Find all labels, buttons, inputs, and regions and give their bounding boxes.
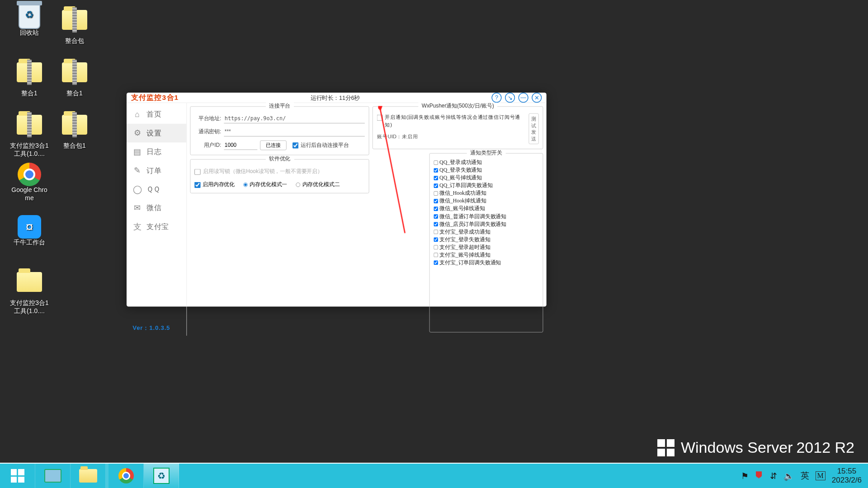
notify-label: 支付宝_账号掉线通知 bbox=[439, 252, 490, 259]
desktop-icon-chrome[interactable]: Google Chrome bbox=[9, 163, 50, 202]
notify-item[interactable]: 微信_普通订单回调失败通知 bbox=[434, 213, 539, 221]
notify-checkbox[interactable] bbox=[434, 191, 439, 196]
desktop-icon-folder-zh1b[interactable]: 整合1 bbox=[54, 58, 95, 98]
notify-item[interactable]: 支付宝_登录失败通知 bbox=[434, 236, 539, 244]
desktop-icon-folder-zhb1[interactable]: 整合包1 bbox=[54, 110, 95, 150]
taskbar-clock[interactable]: 15:55 2023/2/6 bbox=[832, 467, 862, 485]
notify-checkbox[interactable] bbox=[434, 245, 439, 249]
rwlock-label: 启用读写锁（微信Hook读写锁，一般不需要开启） bbox=[203, 168, 322, 175]
uid-label: 用户ID: bbox=[194, 142, 221, 149]
pusher-panel-title: WxPusher通知(500次/日/账号) bbox=[418, 103, 497, 110]
app-window: 支付监控3合1 运行时长：11分6秒 ? ↘ — ✕ ⌂首页⚙设置▤日志✎订单◯… bbox=[127, 93, 547, 307]
memmode2-radio[interactable] bbox=[296, 183, 300, 187]
pusher-panel: WxPusher通知(500次/日/账号) 开启通知(回调失败或账号掉线等情况会… bbox=[373, 106, 543, 149]
notify-item[interactable]: 支付宝_订单回调失败通知 bbox=[434, 259, 539, 267]
memopt-checkbox[interactable] bbox=[194, 182, 200, 188]
notify-item[interactable]: 微信_Hook掉线通知 bbox=[434, 197, 539, 205]
key-input[interactable] bbox=[224, 127, 365, 136]
pusher-enable-text: 开启通知(回调失败或账号掉线等情况会通过微信订阅号通知) bbox=[385, 113, 526, 129]
start-button[interactable] bbox=[0, 464, 35, 488]
notify-item[interactable]: QQ_登录失败通知 bbox=[434, 167, 539, 174]
uid-input[interactable] bbox=[224, 141, 257, 150]
notify-item[interactable]: 支付宝_账号掉线通知 bbox=[434, 251, 539, 259]
notify-item[interactable]: 微信_账号掉线通知 bbox=[434, 205, 539, 213]
notify-item[interactable]: 微信_Hook成功通知 bbox=[434, 190, 539, 197]
memmode1-radio[interactable] bbox=[243, 183, 248, 187]
app-running-icon: ♻ bbox=[153, 468, 170, 484]
notify-checkbox[interactable] bbox=[434, 230, 439, 234]
runtime-label: 运行时长：11分6秒 bbox=[179, 94, 492, 102]
notify-checkbox[interactable] bbox=[434, 214, 439, 219]
desktop-icon-qianniu[interactable]: ¤千牛工作台 bbox=[9, 215, 50, 247]
notify-item[interactable]: 支付宝_登录超时通知 bbox=[434, 244, 539, 251]
notify-checkbox[interactable] bbox=[434, 176, 439, 180]
notify-panel: 通知类型开关 QQ_登录成功通知QQ_登录失败通知QQ_账号掉线通知QQ_订单回… bbox=[429, 153, 543, 333]
pusher-test-button[interactable]: 测试发送 bbox=[528, 113, 538, 144]
taskbar-app-running[interactable]: ♻ bbox=[144, 464, 179, 488]
sidebar-item-orders[interactable]: ✎订单 bbox=[127, 161, 186, 180]
notify-item[interactable]: QQ_订单回调失败通知 bbox=[434, 182, 539, 190]
help-button[interactable]: ? bbox=[491, 93, 501, 103]
tray-network-icon[interactable]: ⇵ bbox=[770, 471, 777, 481]
sidebar-item-wechat[interactable]: ✉微信 bbox=[127, 199, 186, 217]
minimize-button[interactable]: — bbox=[519, 93, 528, 103]
addr-input[interactable] bbox=[224, 114, 365, 123]
windows-logo-icon bbox=[657, 439, 675, 456]
close-button[interactable]: ✕ bbox=[532, 93, 542, 103]
pusher-enable-checkbox[interactable] bbox=[377, 115, 383, 121]
connected-button[interactable]: 已连接 bbox=[260, 141, 286, 150]
desktop-icon-folder-tool2[interactable]: 支付监控3合1工具(1.0.... bbox=[9, 267, 50, 315]
zip-folder-icon bbox=[17, 62, 42, 82]
notify-checkbox[interactable] bbox=[434, 160, 439, 165]
folder-icon bbox=[79, 469, 97, 483]
notify-checkbox[interactable] bbox=[434, 260, 439, 265]
taskbar-server-manager[interactable] bbox=[35, 464, 71, 488]
desktop-icon-label: 整合1 bbox=[9, 89, 50, 98]
orders-icon: ✎ bbox=[132, 166, 142, 175]
autoconnect-checkbox[interactable] bbox=[292, 142, 298, 148]
tray-ime[interactable]: 英 bbox=[801, 470, 809, 482]
taskbar-chrome[interactable] bbox=[108, 464, 144, 488]
zip-folder-icon bbox=[17, 115, 42, 135]
notify-checkbox[interactable] bbox=[434, 183, 439, 188]
tray-button[interactable]: ↘ bbox=[505, 93, 515, 103]
sidebar-item-label: 微信 bbox=[146, 203, 161, 213]
notify-checkbox[interactable] bbox=[434, 206, 439, 211]
desktop-icon-folder-zh1[interactable]: 整合1 bbox=[9, 58, 50, 98]
notify-list[interactable]: QQ_登录成功通知QQ_登录失败通知QQ_账号掉线通知QQ_订单回调失败通知微信… bbox=[434, 159, 539, 293]
sidebar-item-settings[interactable]: ⚙设置 bbox=[127, 124, 186, 142]
chrome-icon bbox=[18, 163, 41, 186]
desktop-icon-folder-zhb[interactable]: 整合包 bbox=[54, 5, 95, 45]
sidebar-item-log[interactable]: ▤日志 bbox=[127, 142, 186, 161]
sidebar-item-label: 设置 bbox=[146, 128, 161, 138]
settings-icon: ⚙ bbox=[132, 128, 142, 138]
notify-checkbox[interactable] bbox=[434, 237, 439, 242]
notify-checkbox[interactable] bbox=[434, 253, 439, 257]
sidebar-item-qq[interactable]: ◯ＱＱ bbox=[127, 180, 186, 198]
notify-item[interactable]: 微信_店员订单回调失败通知 bbox=[434, 221, 539, 228]
notify-checkbox[interactable] bbox=[434, 222, 439, 226]
notify-label: QQ_登录失败通知 bbox=[439, 167, 482, 174]
notify-checkbox[interactable] bbox=[434, 168, 439, 173]
notify-item[interactable]: 支付宝_登录成功通知 bbox=[434, 228, 539, 236]
notify-item[interactable]: QQ_登录成功通知 bbox=[434, 159, 539, 167]
notify-label: 支付宝_登录失败通知 bbox=[439, 236, 490, 243]
sidebar-item-home[interactable]: ⌂首页 bbox=[127, 105, 186, 123]
sidebar-item-alipay[interactable]: 支支付宝 bbox=[127, 217, 186, 236]
tray-flag-icon[interactable]: ⚑ bbox=[741, 471, 749, 481]
notify-label: 微信_账号掉线通知 bbox=[439, 205, 485, 212]
desktop-icon-recycle-bin[interactable]: 回收站 bbox=[9, 5, 50, 37]
notify-checkbox[interactable] bbox=[434, 199, 439, 203]
taskbar-explorer[interactable] bbox=[71, 464, 106, 488]
optimize-panel: 软件优化 启用读写锁（微信Hook读写锁，一般不需要开启） 启用内存优化 bbox=[190, 159, 369, 193]
desktop-icon-folder-tool[interactable]: 支付监控3合1工具(1.0.... bbox=[9, 110, 50, 158]
notify-item[interactable]: QQ_账号掉线通知 bbox=[434, 174, 539, 182]
app-title: 支付监控3合1 bbox=[131, 93, 179, 103]
tray-shield-icon[interactable]: ⛊ bbox=[755, 471, 764, 481]
notify-label: QQ_账号掉线通知 bbox=[439, 174, 482, 182]
desktop-icon-label: 支付监控3合1工具(1.0.... bbox=[9, 142, 50, 158]
wechat-icon: ✉ bbox=[132, 203, 142, 213]
tray-ime-mode[interactable]: M bbox=[816, 471, 826, 480]
tray-volume-icon[interactable]: 🔈 bbox=[783, 471, 794, 481]
rwlock-checkbox[interactable] bbox=[194, 169, 200, 174]
